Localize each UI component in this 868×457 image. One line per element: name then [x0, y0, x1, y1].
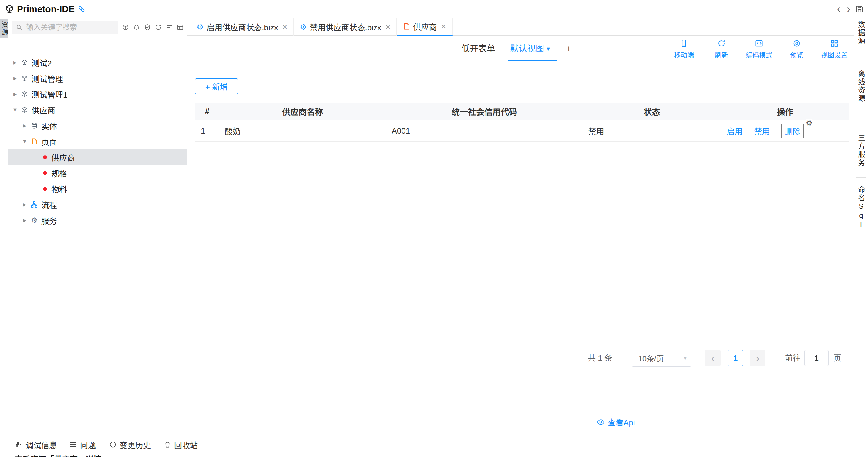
tab-lowcode-form[interactable]: 低开表单: [461, 35, 495, 62]
refresh-tree-icon[interactable]: [155, 24, 162, 31]
chevron-down-icon: ▾: [684, 355, 687, 362]
caret-right-icon[interactable]: ▸: [23, 201, 31, 209]
rail-divider: [856, 63, 866, 63]
tree-item-label: 服务: [41, 215, 57, 226]
chevron-down-icon: ▾: [547, 35, 550, 62]
code-mode-button[interactable]: 编码模式: [745, 39, 773, 59]
change-history-button[interactable]: 变更历史: [109, 436, 151, 453]
tree-item-pages-folder[interactable]: ▾ 页面: [8, 133, 187, 149]
flow-icon: [31, 201, 38, 208]
delete-link[interactable]: 删除: [784, 125, 800, 136]
current-page-button[interactable]: 1: [727, 350, 743, 366]
close-tab-icon[interactable]: ×: [385, 22, 390, 32]
tree-item-module-expanded[interactable]: ▾ 供应商: [8, 102, 187, 118]
panel-view-icon[interactable]: [177, 24, 184, 31]
goto-page-input[interactable]: [804, 350, 829, 366]
caret-right-icon[interactable]: ▸: [13, 74, 21, 82]
tree-item-page-selected[interactable]: 供应商: [8, 149, 187, 165]
tree-item-label: 流程: [41, 199, 57, 210]
caret-right-icon[interactable]: ▸: [23, 122, 31, 129]
add-record-button[interactable]: + 新增: [195, 78, 238, 94]
tree-item-flow[interactable]: ▸ 流程: [8, 196, 187, 212]
page-dot-icon: [43, 155, 47, 159]
caret-down-icon[interactable]: ▾: [23, 138, 31, 145]
app-title: Primeton-IDE: [17, 4, 74, 14]
refresh-icon: [717, 39, 726, 48]
caret-right-icon[interactable]: ▸: [13, 90, 21, 98]
rail-divider: [856, 127, 866, 127]
rail-tab-offline-resources[interactable]: 离线资源: [854, 70, 868, 102]
titlebar: Primeton-IDE ‹ ›: [0, 0, 868, 18]
module-cube-icon: [21, 75, 28, 82]
col-header-status: 状态: [583, 103, 721, 120]
page-size-select[interactable]: 10条/页 ▾: [632, 349, 691, 367]
debug-info-button[interactable]: 调试信息: [15, 436, 57, 453]
refresh-button[interactable]: 刷新: [708, 39, 736, 59]
col-header-name: 供应商名称: [219, 103, 386, 120]
table-header-row: # 供应商名称 统一社会信用代码 状态 操作: [195, 103, 848, 120]
next-page-button[interactable]: ›: [750, 350, 766, 366]
close-tab-icon[interactable]: ×: [282, 22, 287, 32]
editor-tab-disable-status[interactable]: ⚙ 禁用供应商状态.bizx ×: [293, 18, 397, 35]
recycle-bin-button[interactable]: 回收站: [164, 436, 198, 453]
tree-item-module[interactable]: ▸ 测试管理1: [8, 86, 187, 102]
module-cube-icon: [21, 91, 28, 97]
history-back-icon[interactable]: ‹: [834, 0, 844, 18]
component-gear-icon[interactable]: ⚙: [806, 119, 813, 127]
eye-icon: [597, 418, 605, 426]
add-view-button[interactable]: +: [566, 35, 572, 62]
rail-tab-datasource[interactable]: 数据源: [854, 21, 868, 45]
disable-link[interactable]: 禁用: [754, 125, 770, 136]
caret-right-icon[interactable]: ▸: [13, 59, 21, 66]
rail-tab-resources[interactable]: 资源: [0, 19, 8, 38]
bizx-gear-icon: ⚙: [196, 23, 204, 31]
rail-tab-named-sql[interactable]: 命名Sql: [854, 186, 868, 230]
mobile-mode-button[interactable]: 移动端: [670, 39, 698, 59]
tree-toolbar: [122, 24, 184, 31]
tree-search-box[interactable]: [12, 21, 118, 34]
mobile-icon: [680, 39, 688, 48]
caret-down-icon[interactable]: ▾: [13, 106, 21, 114]
locate-resource-icon[interactable]: [122, 24, 129, 31]
view-api-link[interactable]: 查看Api: [597, 416, 635, 428]
history-forward-icon[interactable]: ›: [844, 0, 854, 18]
tab-default-view[interactable]: 默认视图 ▾: [510, 35, 550, 62]
link-icon[interactable]: [78, 5, 86, 13]
tree-item-label: 物料: [51, 183, 67, 194]
rail-resources-label: 资源: [0, 21, 9, 36]
editor-tab-enable-status[interactable]: ⚙ 启用供应商状态.bizx ×: [190, 18, 293, 35]
cell-actions: 启用 禁用 删除 ⚙: [721, 120, 848, 142]
problems-button[interactable]: 问题: [70, 436, 96, 453]
tree-item-service[interactable]: ▸ ⚙ 服务: [8, 212, 187, 228]
module-cube-icon: [21, 59, 28, 66]
view-settings-button[interactable]: 视图设置: [820, 39, 848, 59]
debug-tune-icon: [15, 441, 23, 448]
cell-status: 禁用: [583, 120, 721, 142]
right-panel-rail: 数据源 离线资源 三方服务 命名Sql: [854, 18, 868, 436]
close-tab-icon[interactable]: ×: [441, 22, 446, 31]
tree-item-module[interactable]: ▸ 测试2: [8, 55, 187, 70]
save-icon[interactable]: [855, 5, 864, 13]
table-row: 1 酸奶 A001 禁用 启用 禁用 删除 ⚙: [195, 120, 848, 142]
goto-label: 前往: [785, 349, 801, 367]
shield-check-icon[interactable]: [144, 24, 151, 31]
tree-item-page[interactable]: 规格: [8, 165, 187, 181]
rail-tab-thirdparty-services[interactable]: 三方服务: [854, 134, 868, 167]
enable-link[interactable]: 启用: [727, 125, 742, 136]
status-bar: 调试信息 问题 变更历史 回收站: [0, 436, 868, 453]
prev-page-button[interactable]: ‹: [705, 350, 721, 366]
search-input[interactable]: [26, 23, 108, 32]
preview-button[interactable]: 预览: [783, 39, 811, 59]
page-dot-icon: [43, 187, 47, 191]
delete-selection-box: 删除 ⚙: [781, 124, 804, 138]
caret-right-icon[interactable]: ▸: [23, 216, 31, 224]
tree-item-label: 实体: [41, 120, 57, 131]
notification-icon[interactable]: [133, 24, 140, 31]
sort-list-icon[interactable]: [165, 24, 173, 31]
tree-item-page[interactable]: 物料: [8, 181, 187, 196]
editor-tab-supplier-active[interactable]: 供应商 ×: [397, 18, 452, 35]
tree-item-entity[interactable]: ▸ 实体: [8, 118, 187, 133]
tree-item-module[interactable]: ▸ 测试管理: [8, 70, 187, 86]
tree-item-label: 测试管理: [32, 73, 63, 84]
cell-index: 1: [195, 120, 219, 142]
